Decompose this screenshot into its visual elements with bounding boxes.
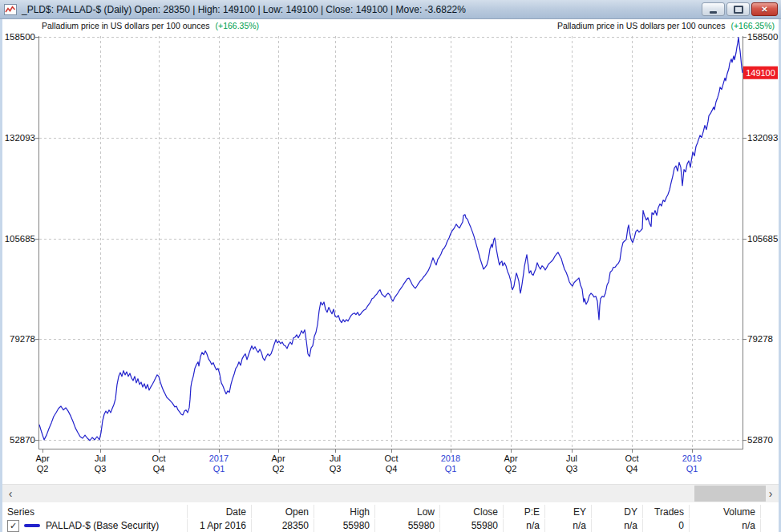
x-tick-sublabel: Q3 bbox=[330, 464, 342, 474]
x-tick-sublabel: Q3 bbox=[95, 464, 107, 474]
scroll-left-arrow[interactable]: ‹ bbox=[4, 485, 17, 502]
price-chart: 1585001585001320931320931056851056857927… bbox=[0, 0, 781, 481]
scroll-right-arrow[interactable]: › bbox=[764, 485, 777, 502]
col-header-ey[interactable]: EY bbox=[544, 505, 591, 518]
app-window: 1585001585001320931320931056851056857927… bbox=[0, 0, 781, 532]
x-tick-sublabel: Q4 bbox=[626, 464, 638, 474]
y-tick-label-right: 105685 bbox=[747, 234, 778, 244]
series-table: SeriesDateOpenHighLowCloseP:EEYDYTradesV… bbox=[2, 505, 779, 532]
x-tick-label: Jul bbox=[95, 453, 106, 463]
col-header-volume[interactable]: Volume bbox=[689, 505, 760, 518]
table-row[interactable]: ✓PALLAD-$ (Base Security)1 Apr 201628350… bbox=[2, 519, 779, 532]
chart-app-icon bbox=[4, 3, 17, 16]
x-tick-sublabel: Q2 bbox=[505, 464, 517, 474]
title-bar[interactable]: _PLD$: PALLAD-$ (Daily) Open: 28350 | Hi… bbox=[0, 0, 781, 19]
y-tick-label-left: 158500 bbox=[5, 32, 35, 42]
row-cell-high: 55980 bbox=[314, 519, 374, 532]
horizontal-scrollbar[interactable]: ‹ › bbox=[2, 484, 779, 502]
col-header-close[interactable]: Close bbox=[439, 505, 503, 518]
series-name: PALLAD-$ (Base Security) bbox=[46, 520, 159, 531]
col-header-high[interactable]: High bbox=[314, 505, 374, 518]
y-tick-label-left: 105685 bbox=[5, 234, 35, 244]
minimize-button[interactable] bbox=[702, 2, 725, 16]
y-tick-label-right: 52870 bbox=[747, 435, 773, 445]
series-visible-checkbox[interactable]: ✓ bbox=[7, 520, 19, 532]
chart-title-left: Palladium price in US dollars per 100 ou… bbox=[42, 21, 259, 30]
col-header-series[interactable]: Series bbox=[2, 505, 187, 518]
y-tick-label-left: 132093 bbox=[5, 133, 35, 143]
chart-title-right: Palladium price in US dollars per 100 ou… bbox=[557, 21, 775, 30]
window-controls: ✕ bbox=[702, 2, 778, 16]
minimize-icon bbox=[710, 11, 717, 14]
row-cell-trades: 0 bbox=[642, 519, 689, 532]
col-header-pe[interactable]: P:E bbox=[503, 505, 544, 518]
window-frame-left bbox=[0, 19, 2, 532]
x-tick-label: 2018 bbox=[441, 453, 460, 463]
col-header-low[interactable]: Low bbox=[374, 505, 439, 518]
x-tick-label: Apr bbox=[504, 453, 517, 463]
col-header-filler bbox=[760, 505, 779, 518]
close-button[interactable]: ✕ bbox=[751, 2, 778, 16]
row-cell-ey: n/a bbox=[544, 519, 591, 532]
y-tick-label-left: 52870 bbox=[10, 435, 35, 445]
last-price-label: 149100 bbox=[746, 68, 775, 78]
x-tick-sublabel: Q3 bbox=[566, 464, 578, 474]
table-header-row: SeriesDateOpenHighLowCloseP:EEYDYTradesV… bbox=[2, 505, 779, 518]
col-header-open[interactable]: Open bbox=[251, 505, 314, 518]
x-tick-label: Oct bbox=[152, 453, 165, 463]
x-tick-label: Jul bbox=[330, 453, 341, 463]
y-tick-label-left: 79278 bbox=[10, 334, 35, 344]
x-tick-label: Apr bbox=[271, 453, 285, 463]
close-icon: ✕ bbox=[761, 3, 767, 15]
x-tick-label: Apr bbox=[35, 453, 49, 463]
col-header-dy[interactable]: DY bbox=[591, 505, 642, 518]
col-header-trades[interactable]: Trades bbox=[642, 505, 689, 518]
row-cell-open: 28350 bbox=[251, 519, 314, 532]
series-cell: ✓PALLAD-$ (Base Security) bbox=[2, 519, 187, 532]
y-tick-label-right: 158500 bbox=[747, 32, 778, 42]
row-cell-close: 55980 bbox=[439, 519, 503, 532]
maximize-button[interactable] bbox=[726, 2, 750, 16]
row-cell-date: 1 Apr 2016 bbox=[187, 519, 251, 532]
y-tick-label-right: 132093 bbox=[747, 133, 778, 143]
x-tick-sublabel: Q2 bbox=[37, 464, 49, 474]
x-tick-label: Oct bbox=[625, 453, 638, 463]
row-cell-filler bbox=[760, 519, 779, 532]
maximize-icon bbox=[734, 6, 743, 14]
row-cell-low: 55980 bbox=[374, 519, 439, 532]
x-tick-sublabel: Q1 bbox=[686, 464, 698, 474]
x-tick-sublabel: Q4 bbox=[386, 464, 398, 474]
y-tick-label-right: 79278 bbox=[747, 334, 773, 344]
row-cell-dy: n/a bbox=[591, 519, 642, 532]
window-title: _PLD$: PALLAD-$ (Daily) Open: 28350 | Hi… bbox=[22, 4, 466, 15]
col-header-date[interactable]: Date bbox=[187, 505, 251, 518]
x-tick-sublabel: Q4 bbox=[153, 464, 165, 474]
x-tick-label: 2017 bbox=[209, 453, 229, 463]
row-cell-pe: n/a bbox=[503, 519, 544, 532]
x-tick-label: 2019 bbox=[682, 453, 702, 463]
x-tick-sublabel: Q1 bbox=[213, 464, 225, 474]
plot-area[interactable] bbox=[39, 36, 743, 449]
scroll-thumb[interactable] bbox=[694, 486, 766, 502]
x-tick-label: Jul bbox=[566, 453, 577, 463]
x-tick-label: Oct bbox=[384, 453, 398, 463]
x-tick-sublabel: Q2 bbox=[273, 464, 285, 474]
row-cell-volume: n/a bbox=[689, 519, 760, 532]
x-tick-sublabel: Q1 bbox=[445, 464, 457, 474]
series-color-swatch bbox=[24, 524, 40, 527]
